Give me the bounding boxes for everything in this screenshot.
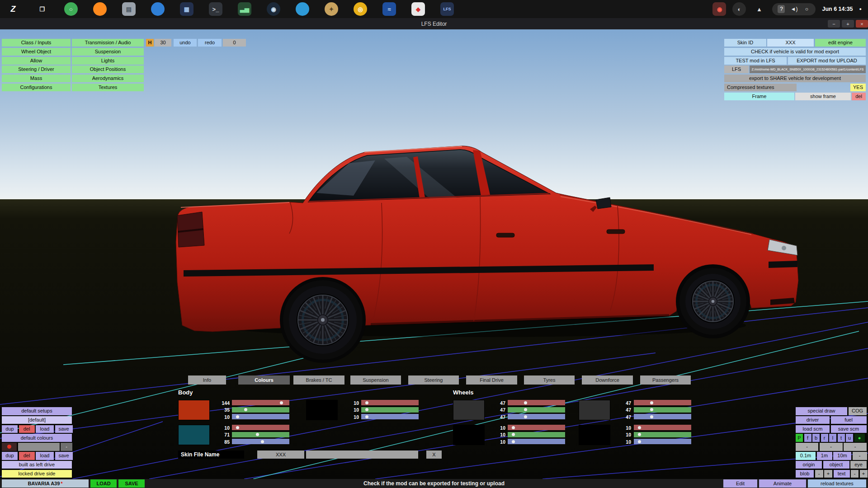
setup-dup-button[interactable]: dup [2,425,18,433]
close-button[interactable]: × [856,20,868,28]
maximize-button[interactable]: + [842,20,854,28]
firefox-icon[interactable] [93,2,107,16]
steam-icon[interactable]: ◉ [267,2,280,16]
special-draw-button[interactable]: special draw [796,407,847,415]
tab-passengers[interactable]: Passengers [640,375,691,385]
body-colour-3-knob-r[interactable] [236,426,239,429]
system-tray[interactable]: ?◄)○ [772,3,816,15]
window-spread-icon[interactable]: ❐ [35,2,49,16]
menu-class-inputs[interactable]: Class / Inputs [2,39,71,47]
wheel-colour-3-knob-r[interactable] [512,426,515,429]
blob-button[interactable]: blob [796,470,814,478]
body-colour-1-swatch[interactable] [178,400,210,420]
wheel-colour-2-slider-b[interactable] [634,414,691,419]
body-colour-1-slider-g[interactable] [232,407,289,413]
blob-minus-button[interactable]: - [815,470,823,478]
volume-icon[interactable]: ◄) [790,5,797,13]
wheel-colour-4-slider-g[interactable] [634,432,691,437]
menu-steering-driver[interactable]: Steering / Driver [2,66,71,73]
setup-del-button[interactable]: del [19,425,35,433]
tab-colours[interactable]: Colours [238,375,290,385]
menu-object-positions[interactable]: Object Positions [72,66,144,73]
blue-sphere-app-icon[interactable] [296,2,309,16]
wheel-colour-1-slider-b[interactable] [508,414,565,419]
history-toggle-button[interactable]: H [146,39,154,47]
spare-button-1[interactable]: - [796,443,818,451]
lfs-label[interactable]: LFS [724,66,749,73]
edit-engine-button[interactable]: edit engine [815,39,866,47]
body-colour-1-knob-g[interactable] [244,408,247,411]
menu-textures[interactable]: Textures [72,84,144,91]
wheel-colour-2-slider-r[interactable] [634,400,691,405]
body-colour-3-knob-g[interactable] [256,433,259,436]
eye-button[interactable]: eye [850,461,867,469]
zorin-appearance-icon[interactable]: ○ [64,2,78,16]
draw-f-button[interactable]: f [804,434,811,442]
wheel-colour-2-knob-r[interactable] [650,401,653,404]
body-colour-1-knob-r[interactable] [280,401,283,404]
setup-load-button[interactable]: load [36,425,54,433]
screen-record-icon[interactable]: ◉ [712,2,726,16]
cog-button[interactable]: COG [849,407,867,415]
draw-l-button[interactable]: l [829,434,836,442]
system-monitor-icon[interactable]: ▃▅ [238,2,251,16]
driver-button[interactable]: driver [796,416,830,424]
redo-button[interactable]: redo [198,39,222,47]
test-mod-button[interactable]: TEST mod in LFS [724,57,787,65]
show-frame-button[interactable]: show frame [795,93,851,100]
tab-steering[interactable]: Steering [408,375,459,385]
draw-t-button[interactable]: t [838,434,845,442]
tab-suspension[interactable]: Suspension [350,375,401,385]
wheel-colour-2-knob-g[interactable] [650,408,653,411]
menu-allow[interactable]: Allow [2,57,71,65]
share-export-button[interactable]: export to SHARE vehicle for development [724,75,866,82]
menu-suspension[interactable]: Suspension [72,48,144,56]
colours-del-button[interactable]: del [19,452,35,460]
wheel-colour-3-slider-g[interactable] [508,432,565,437]
blue-app-icon[interactable] [151,2,165,16]
clock[interactable]: Jun 6 14:35 [822,6,853,12]
skin-file-button[interactable]: XXX [257,450,304,459]
zorin-menu-icon[interactable]: Z [6,2,20,16]
colours-save-button[interactable]: save [55,452,73,460]
wheel-colour-3-knob-g[interactable] [512,433,515,436]
tab-final-drive[interactable]: Final Drive [466,375,517,385]
grid-off-button[interactable]: - [853,452,867,460]
body-colour-1-knob-b[interactable] [236,415,239,418]
terminal-icon[interactable]: >_ [209,2,222,16]
text-button[interactable]: text [834,470,850,478]
wheel-colour-1-knob-r[interactable] [524,401,527,404]
tab-info[interactable]: Info [188,375,226,385]
body-colour-2-slider-g[interactable] [361,407,419,413]
tab-brakes-tc[interactable]: Brakes / TC [293,375,344,385]
files-app-icon[interactable]: ▤ [122,2,136,16]
wheel-colour-1-knob-g[interactable] [524,408,527,411]
tab-tyres[interactable]: Tyres [524,375,575,385]
menu-configurations[interactable]: Configurations [2,84,71,91]
frame-button[interactable]: Frame [724,93,794,100]
body-colour-3-slider-r[interactable] [232,425,289,430]
wheel-colour-4-knob-b[interactable] [638,440,641,443]
wheel-colour-4-knob-g[interactable] [638,433,641,436]
current-colour-swatch[interactable] [2,443,17,451]
blob-plus-button[interactable]: + [824,470,832,478]
body-colour-3-swatch[interactable] [178,425,210,445]
colour-remove-button[interactable]: - [61,443,72,451]
wheel-colour-3-slider-b[interactable] [508,439,565,444]
body-colour-2-swatch[interactable] [306,400,338,420]
wheel-colour-2-swatch[interactable] [579,400,610,420]
minimize-button[interactable]: − [828,20,840,28]
spare-button-2[interactable]: - [820,443,843,451]
draw-b-button[interactable]: b [812,434,820,442]
body-colour-3-slider-g[interactable] [232,432,289,437]
help-indicator[interactable]: ? [778,5,785,13]
text-minus-button[interactable]: - [851,470,859,478]
lfs-path[interactable]: Z:/mnt/nvme-WD_BLACK_SN850X_1000GB_23152… [750,66,866,73]
skin-id-label[interactable]: Skin ID [724,39,766,47]
skin-file-clear-button[interactable]: X [426,450,442,459]
body-colour-2-knob-g[interactable] [365,408,368,411]
wheel-colour-1-slider-g[interactable] [508,407,565,413]
locked-drive-side-toggle[interactable]: locked drive side [2,470,72,478]
wheel-colour-2-knob-b[interactable] [650,415,653,418]
lfs-editor-app-icon[interactable]: LFS [440,2,454,16]
